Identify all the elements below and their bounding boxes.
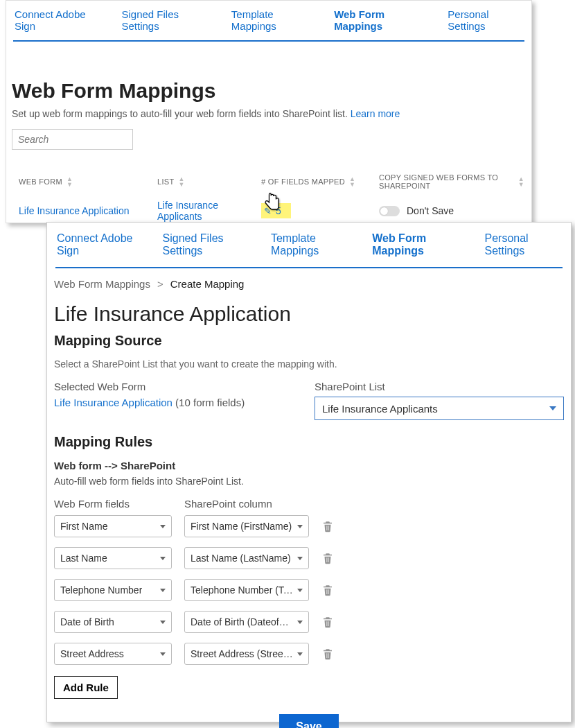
trash-icon[interactable] xyxy=(321,647,334,661)
sort-icon[interactable] xyxy=(178,176,184,187)
breadcrumb-root[interactable]: Web Form Mappings xyxy=(54,278,150,290)
sharepoint-column-select[interactable]: First Name (FirstName) xyxy=(184,515,309,537)
row-webform-link[interactable]: Life Insurance Application xyxy=(19,205,130,216)
selected-webform-value: Life Insurance Application (10 form fiel… xyxy=(54,397,273,408)
sharepoint-column-select[interactable]: Telephone Number (Tele… xyxy=(184,579,309,601)
chevron-down-icon xyxy=(297,557,303,560)
trash-icon[interactable] xyxy=(321,615,334,629)
rule-row: Last NameLast Name (LastName) xyxy=(54,547,564,569)
chevron-down-icon xyxy=(160,557,166,560)
fields-count: 5 xyxy=(276,205,281,216)
sort-icon[interactable] xyxy=(67,176,73,187)
tab-template-mappings[interactable]: Template Mappings xyxy=(271,232,355,257)
pencil-icon: ✎ xyxy=(264,206,272,216)
source-row: Selected Web Form Life Insurance Applica… xyxy=(54,381,564,420)
chevron-down-icon xyxy=(297,525,303,528)
nav-tabs: Connect Adobe Sign Signed Files Settings… xyxy=(54,223,564,267)
webform-field-select[interactable]: Street Address xyxy=(54,643,172,665)
page-subtitle: Set up web form mappings to auto-fill yo… xyxy=(12,108,526,119)
tab-signed-files[interactable]: Signed Files Settings xyxy=(163,232,254,257)
col-header-fields[interactable]: # OF FIELDS MAPPED xyxy=(261,173,379,190)
create-mapping-panel: Connect Adobe Sign Signed Files Settings… xyxy=(46,222,572,722)
rules-direction: Web form --> SharePoint xyxy=(54,460,564,471)
trash-icon[interactable] xyxy=(321,551,334,565)
rule-row: First NameFirst Name (FirstName) xyxy=(54,515,564,537)
sharepoint-column-select[interactable]: Last Name (LastName) xyxy=(184,547,309,569)
tab-web-form-mappings[interactable]: Web Form Mappings xyxy=(372,232,468,257)
breadcrumb-current: Create Mapping xyxy=(170,278,245,290)
chevron-down-icon xyxy=(549,406,556,410)
fields-mapped-link[interactable]: ✎ 5 xyxy=(261,203,291,218)
save-button[interactable]: Save xyxy=(279,714,338,728)
col-header-copy[interactable]: COPY SIGNED WEB FORMS TO SHAREPOINT xyxy=(379,173,524,190)
search-input[interactable] xyxy=(12,129,133,150)
chevron-down-icon xyxy=(160,589,166,592)
breadcrumb-sep: > xyxy=(157,278,163,290)
webform-field-select[interactable]: Telephone Number xyxy=(54,579,172,601)
trash-icon[interactable] xyxy=(321,519,334,533)
col-header-webform[interactable]: WEB FORM xyxy=(12,173,157,190)
mapping-source-heading: Mapping Source xyxy=(54,333,564,349)
sharepoint-column-select[interactable]: Street Address (StreetAd… xyxy=(184,643,309,665)
webform-field-select[interactable]: First Name xyxy=(54,515,172,537)
rule-row: Date of BirthDate of Birth (DateofBirth) xyxy=(54,611,564,633)
subtitle-text: Set up web form mappings to auto-fill yo… xyxy=(12,108,351,119)
mappings-list-panel: Connect Adobe Sign Signed Files Settings… xyxy=(6,0,532,223)
tab-web-form-mappings[interactable]: Web Form Mappings xyxy=(334,8,428,32)
col-sharepoint-column: SharePoint column xyxy=(184,498,309,510)
selected-webform-meta: (10 form fields) xyxy=(172,397,245,408)
rule-row: Telephone NumberTelephone Number (Tele… xyxy=(54,579,564,601)
chevron-down-icon xyxy=(160,652,166,656)
add-rule-button[interactable]: Add Rule xyxy=(54,676,118,699)
sharepoint-list-label: SharePoint List xyxy=(315,381,564,392)
chevron-down-icon xyxy=(297,621,303,624)
mapping-source-help: Select a SharePoint List that you want t… xyxy=(54,358,564,370)
tab-connect[interactable]: Connect Adobe Sign xyxy=(15,8,103,32)
chevron-down-icon xyxy=(297,589,303,592)
tab-signed-files[interactable]: Signed Files Settings xyxy=(122,8,212,32)
sort-icon[interactable] xyxy=(518,176,524,187)
row-list-link[interactable]: Life Insurance Applicants xyxy=(157,200,218,222)
table-header-row: WEB FORM LIST # OF FIELDS MAPPED COPY SI… xyxy=(12,173,526,190)
nav-tabs: Connect Adobe Sign Signed Files Settings… xyxy=(12,1,526,40)
nav-divider xyxy=(13,40,524,42)
rules-list: First NameFirst Name (FirstName)Last Nam… xyxy=(54,515,564,665)
tab-template-mappings[interactable]: Template Mappings xyxy=(231,8,315,32)
chevron-down-icon xyxy=(160,525,166,528)
sharepoint-list-value: Life Insurance Applicants xyxy=(322,403,438,415)
tab-personal-settings[interactable]: Personal Settings xyxy=(448,8,523,32)
breadcrumb: Web Form Mappings > Create Mapping xyxy=(54,278,564,290)
trash-icon[interactable] xyxy=(321,583,334,597)
tab-personal-settings[interactable]: Personal Settings xyxy=(485,232,561,257)
col-header-list[interactable]: LIST xyxy=(157,173,261,190)
nav-divider xyxy=(55,267,563,268)
chevron-down-icon xyxy=(160,621,166,624)
mapping-title: Life Insurance Application xyxy=(54,302,564,326)
rule-headers: Web Form fields SharePoint column xyxy=(54,498,564,510)
rule-row: Street AddressStreet Address (StreetAd… xyxy=(54,643,564,665)
page-title: Web Form Mappings xyxy=(12,79,526,103)
col-webform-fields: Web Form fields xyxy=(54,498,172,510)
sort-icon[interactable] xyxy=(349,176,355,187)
chevron-down-icon xyxy=(297,652,303,656)
copy-label: Don't Save xyxy=(407,205,454,216)
copy-toggle[interactable] xyxy=(379,206,400,216)
rules-help: Auto-fill web form fields into SharePoin… xyxy=(54,476,564,487)
mapping-rules-heading: Mapping Rules xyxy=(54,434,564,450)
webform-field-select[interactable]: Last Name xyxy=(54,547,172,569)
tab-connect[interactable]: Connect Adobe Sign xyxy=(57,232,146,257)
sharepoint-column-select[interactable]: Date of Birth (DateofBirth) xyxy=(184,611,309,633)
selected-webform-link[interactable]: Life Insurance Application xyxy=(54,397,172,408)
sharepoint-list-select[interactable]: Life Insurance Applicants xyxy=(315,397,564,420)
webform-field-select[interactable]: Date of Birth xyxy=(54,611,172,633)
learn-more-link[interactable]: Learn more xyxy=(351,108,400,119)
selected-webform-label: Selected Web Form xyxy=(54,381,273,392)
table-row: Life Insurance Application Life Insuranc… xyxy=(12,200,526,222)
